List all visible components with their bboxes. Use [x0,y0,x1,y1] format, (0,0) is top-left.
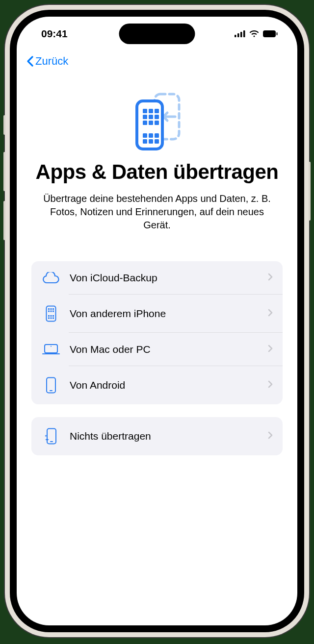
svg-rect-26 [52,308,54,310]
phone-sparkle-icon [41,428,61,445]
options: Von iCloud-Backup Von anderem iPhone [17,242,297,455]
cloud-icon [41,272,61,284]
svg-rect-2 [240,32,242,37]
svg-rect-10 [155,109,159,113]
option-label: Nichts übertragen [70,430,268,442]
svg-rect-18 [149,133,153,138]
svg-rect-11 [143,115,147,119]
svg-rect-28 [51,311,52,312]
silent-switch [3,115,5,135]
svg-rect-32 [52,315,54,317]
phone-icon [41,377,61,394]
svg-rect-34 [51,318,52,319]
option-label: Von Mac oder PC [70,344,268,355]
back-label: Zurück [35,55,68,68]
svg-rect-27 [48,311,50,312]
phone-frame: 09:41 Zurück [5,5,309,637]
svg-rect-24 [48,308,50,310]
svg-rect-1 [237,33,239,37]
svg-rect-14 [143,121,147,125]
svg-rect-35 [52,318,54,319]
svg-rect-30 [48,315,50,317]
svg-rect-3 [243,30,245,37]
svg-point-37 [51,346,52,347]
option-label: Von Android [70,379,268,391]
svg-rect-31 [51,315,52,317]
svg-rect-5 [277,32,278,35]
option-mac-pc[interactable]: Von Mac oder PC [31,333,283,366]
svg-rect-15 [149,121,153,125]
battery-icon [263,30,278,37]
screen: 09:41 Zurück [17,17,297,625]
laptop-icon [41,344,61,355]
chevron-left-icon [26,56,33,67]
transfer-options-group: Von iCloud-Backup Von anderem iPhone [31,261,283,404]
svg-rect-33 [48,318,50,319]
svg-rect-29 [52,311,54,312]
chevron-right-icon [268,309,273,319]
status-time: 09:41 [41,28,68,40]
option-dont-transfer[interactable]: Nichts übertragen [31,417,283,455]
nav-bar: Zurück [17,46,297,68]
page-title: Apps & Daten übertragen [31,161,283,183]
cellular-icon [235,30,245,37]
svg-rect-9 [149,109,153,113]
svg-rect-41 [50,441,53,442]
svg-rect-17 [143,133,147,138]
svg-rect-13 [155,115,159,119]
option-other-iphone[interactable]: Von anderem iPhone [31,295,283,333]
chevron-right-icon [268,273,273,283]
content-header: Apps & Daten übertragen Übertrage deine … [17,68,297,242]
svg-rect-0 [235,35,236,37]
option-icloud-backup[interactable]: Von iCloud-Backup [31,261,283,295]
back-button[interactable]: Zurück [26,55,68,68]
chevron-right-icon [268,431,273,441]
transfer-hero-icon [31,92,283,151]
svg-rect-39 [50,390,52,391]
option-label: Von anderem iPhone [70,308,268,320]
svg-rect-4 [263,30,276,37]
svg-rect-20 [143,139,147,144]
option-label: Von iCloud-Backup [70,272,268,284]
status-bar: 09:41 [17,17,297,46]
svg-rect-19 [155,133,159,138]
status-icons [235,30,278,37]
svg-rect-21 [149,139,153,144]
svg-rect-16 [155,121,159,125]
chevron-right-icon [268,380,273,390]
iphone-icon [41,305,61,322]
svg-rect-12 [149,115,153,119]
svg-rect-25 [51,308,52,310]
dynamic-island [119,24,195,44]
skip-group: Nichts übertragen [31,417,283,455]
chevron-right-icon [268,345,273,354]
option-android[interactable]: Von Android [31,366,283,404]
svg-rect-8 [143,109,147,113]
volume-up [3,152,5,191]
volume-down [3,201,5,240]
page-subtitle: Übertrage deine bestehenden Apps und Dat… [31,192,283,232]
svg-rect-22 [155,139,159,144]
wifi-icon [249,30,259,37]
power-button [309,162,311,221]
